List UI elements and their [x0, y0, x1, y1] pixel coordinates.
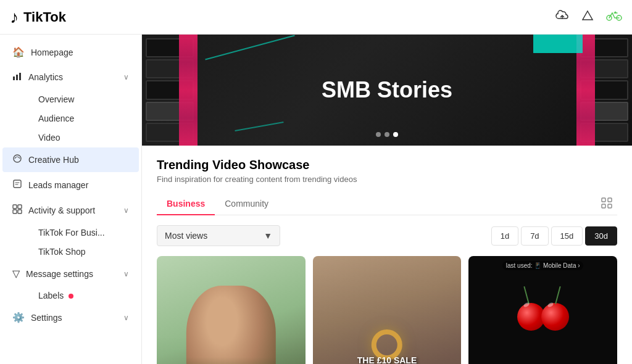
- time-btn-1d[interactable]: 1d: [491, 226, 518, 246]
- video-card-ring-sale[interactable]: THE £10 SALEIS BACK!: [313, 256, 462, 364]
- filter-dropdown[interactable]: Most views ▼: [157, 225, 280, 246]
- settings-label: Settings: [31, 313, 117, 323]
- banner-title: SMB Stories: [322, 77, 452, 103]
- banner: SMB Stories: [142, 35, 632, 146]
- card-ring-visual: [335, 296, 439, 364]
- filter-chevron-icon: ▼: [264, 231, 272, 241]
- card-person-face: [186, 286, 275, 364]
- svg-rect-8: [13, 205, 17, 209]
- labels-label: Labels: [38, 291, 64, 300]
- sale-text: THE £10 SALEIS BACK!: [357, 355, 417, 364]
- analytics-icon: [12, 71, 22, 83]
- analytics-subitems: Overview Audience Video: [0, 90, 141, 147]
- settings-icon: ⚙️: [12, 312, 25, 323]
- video-card-cherry[interactable]: last used: 📱 Mobile Data › Cherry (DON'T…: [468, 256, 617, 364]
- sidebar-item-message-settings[interactable]: ▽ Message settings ∨: [2, 262, 139, 286]
- header-icons: [555, 9, 622, 25]
- banner-line-2: [235, 122, 283, 131]
- sidebar-item-tiktok-busi[interactable]: TikTok For Busi...: [28, 223, 139, 242]
- leads-icon: [12, 179, 22, 191]
- header: ♪ TikTok: [0, 0, 632, 35]
- message-chevron: ∨: [123, 270, 129, 278]
- video-card-beckham[interactable]: [157, 256, 306, 364]
- message-subitems: Labels: [0, 286, 141, 305]
- banner-dots: [376, 132, 398, 137]
- cherry-shine-right: [547, 302, 554, 308]
- sidebar-item-tiktok-shop[interactable]: TikTok Shop: [28, 242, 139, 261]
- sidebar-item-activity-support[interactable]: Activity & support ∨: [2, 198, 139, 223]
- settings-chevron: ∨: [123, 313, 129, 322]
- creative-hub-label: Creative Hub: [28, 155, 129, 165]
- sidebar-item-audience[interactable]: Audience: [28, 109, 139, 128]
- logo-text: TikTok: [23, 9, 66, 25]
- svg-rect-15: [608, 204, 612, 208]
- logo: ♪ TikTok: [10, 7, 66, 27]
- time-btn-30d[interactable]: 30d: [585, 226, 617, 246]
- stem-right: [555, 286, 561, 304]
- video-grid: THE £10 SALEIS BACK!: [157, 256, 617, 364]
- sidebar-item-leads-manager[interactable]: Leads manager: [2, 173, 139, 197]
- bike-icon[interactable]: [606, 9, 622, 25]
- svg-rect-11: [18, 210, 22, 213]
- sidebar-item-analytics[interactable]: Analytics ∨: [2, 65, 139, 89]
- creative-hub-icon: [12, 154, 22, 166]
- layout: 🏠 Homepage Analytics ∨ Overview Audience…: [0, 35, 632, 364]
- svg-rect-3: [13, 77, 15, 80]
- banner-pink-left: [179, 35, 198, 146]
- banner-dot-3[interactable]: [393, 132, 398, 137]
- section-subtitle: Find inspiration for creating content fr…: [157, 175, 617, 184]
- time-btn-15d[interactable]: 15d: [551, 226, 583, 246]
- sidebar-item-creative-hub[interactable]: Creative Hub: [2, 147, 139, 172]
- filter-row: Most views ▼ 1d 7d 15d 30d: [157, 225, 617, 246]
- sidebar-item-video[interactable]: Video: [28, 128, 139, 147]
- svg-rect-5: [19, 73, 21, 80]
- message-settings-icon: ▽: [12, 268, 20, 279]
- stem-left: [523, 286, 530, 304]
- tab-business[interactable]: Business: [157, 194, 215, 215]
- leads-manager-label: Leads manager: [28, 180, 129, 190]
- cherry-shine-left: [523, 302, 530, 308]
- banner-dot-2[interactable]: [385, 132, 389, 137]
- message-settings-label: Message settings: [26, 269, 117, 279]
- svg-rect-10: [13, 210, 17, 213]
- sidebar-item-settings[interactable]: ⚙️ Settings ∨: [2, 305, 139, 329]
- content-area: Trending Video Showcase Find inspiration…: [142, 146, 632, 364]
- activity-chevron: ∨: [123, 206, 129, 215]
- home-icon: 🏠: [12, 46, 25, 58]
- activity-subitems: TikTok For Busi... TikTok Shop: [0, 223, 141, 261]
- svg-rect-13: [608, 198, 612, 202]
- tiktok-logo-icon: ♪: [10, 7, 19, 27]
- sidebar-item-overview[interactable]: Overview: [28, 90, 139, 109]
- tab-community[interactable]: Community: [215, 194, 278, 215]
- svg-rect-7: [14, 180, 21, 188]
- svg-rect-4: [16, 75, 18, 80]
- svg-point-6: [14, 155, 21, 162]
- analytics-label: Analytics: [28, 72, 117, 82]
- cherry-info-text: last used: 📱 Mobile Data ›: [502, 261, 584, 270]
- cloud-icon[interactable]: [555, 10, 569, 24]
- sidebar-item-labels[interactable]: Labels: [28, 286, 139, 305]
- tabs: Business Community: [157, 194, 617, 215]
- labels-badge: [69, 294, 73, 299]
- sidebar-item-label: Homepage: [31, 48, 129, 57]
- activity-icon: [12, 204, 22, 217]
- cherry-visual: [517, 286, 569, 331]
- section-title: Trending Video Showcase: [157, 158, 617, 172]
- grid-layout-icon[interactable]: [596, 197, 617, 212]
- time-btn-7d[interactable]: 7d: [521, 226, 548, 246]
- sidebar-item-homepage[interactable]: 🏠 Homepage: [2, 40, 139, 64]
- card-shirt: [186, 357, 275, 364]
- svg-rect-12: [602, 198, 605, 202]
- time-filter-buttons: 1d 7d 15d 30d: [491, 226, 617, 246]
- banner-line-1: [205, 35, 294, 60]
- cherry-right: [541, 303, 569, 331]
- filter-label: Most views: [165, 231, 207, 241]
- svg-rect-14: [602, 204, 605, 208]
- svg-rect-9: [18, 205, 22, 209]
- triangle-icon[interactable]: [581, 9, 594, 25]
- banner-teal-accent: [533, 35, 583, 53]
- banner-dot-1[interactable]: [376, 132, 381, 137]
- activity-support-label: Activity & support: [28, 205, 117, 215]
- main-content: SMB Stories Trending Video Showcase Find…: [142, 35, 632, 364]
- analytics-chevron: ∨: [123, 73, 129, 81]
